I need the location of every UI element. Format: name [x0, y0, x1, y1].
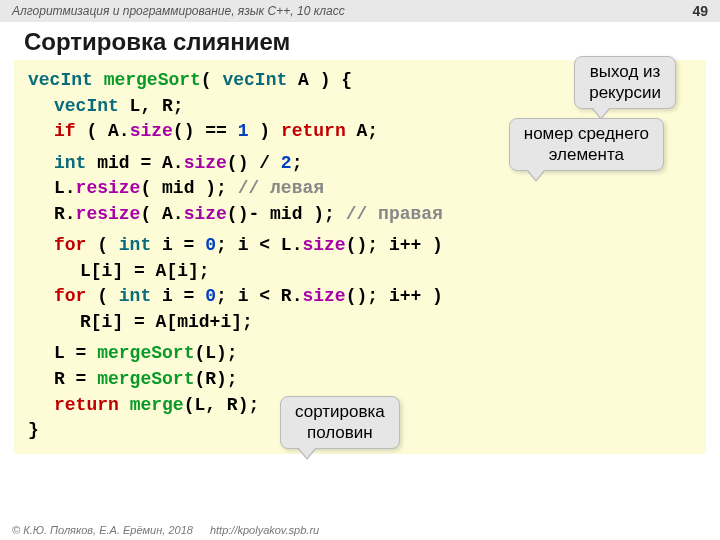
code-line: L.resize( mid ); // левая — [28, 176, 692, 202]
code-line: R.resize( A.size()- mid ); // правая — [28, 202, 692, 228]
code-line: L = mergeSort(L); — [28, 341, 692, 367]
callout-exit-recursion: выход из рекурсии — [574, 56, 676, 109]
page-number: 49 — [692, 3, 708, 19]
footer: © К.Ю. Поляков, Е.А. Ерёмин, 2018 http:/… — [12, 524, 319, 536]
code-line: for ( int i = 0; i < R.size(); i++ ) — [28, 284, 692, 310]
footer-url: http://kpolyakov.spb.ru — [210, 524, 319, 536]
code-block: выход из рекурсии номер среднего элемент… — [14, 60, 706, 454]
code-line: R[i] = A[mid+i]; — [28, 310, 692, 336]
code-line: R = mergeSort(R); — [28, 367, 692, 393]
callout-mid-index: номер среднего элемента — [509, 118, 664, 171]
copyright: © К.Ю. Поляков, Е.А. Ерёмин, 2018 — [12, 524, 193, 536]
course-label: Алгоритмизация и программирование, язык … — [12, 4, 345, 18]
code-line: L[i] = A[i]; — [28, 259, 692, 285]
code-line: vecInt mergeSort( vecInt A ) { — [28, 70, 352, 90]
code-line: } — [28, 420, 39, 440]
callout-sort-halves: сортировка половин — [280, 396, 400, 449]
slide-title: Сортировка слиянием — [0, 22, 720, 60]
code-line: for ( int i = 0; i < L.size(); i++ ) — [28, 233, 692, 259]
header-bar: Алгоритмизация и программирование, язык … — [0, 0, 720, 22]
